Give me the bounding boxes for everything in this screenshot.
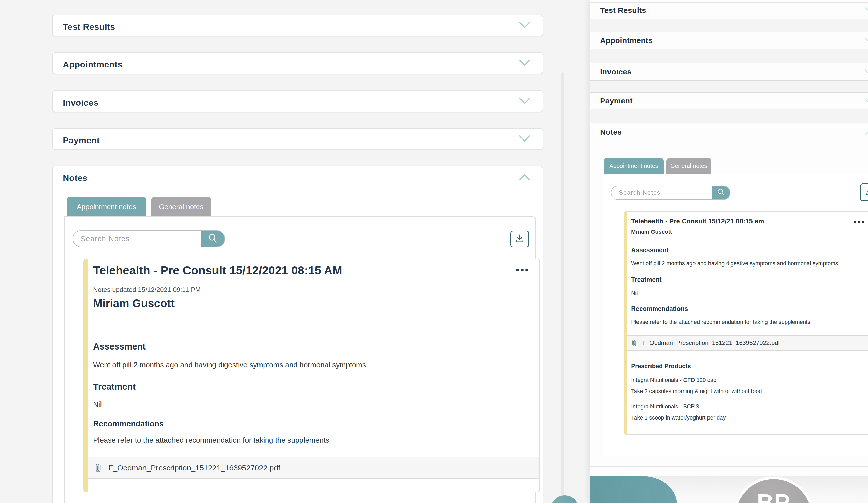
chevron-up-icon — [519, 174, 530, 182]
chevron-down-icon — [519, 135, 530, 143]
search-button[interactable] — [201, 231, 225, 247]
left-rail-divider — [28, 0, 28, 503]
search-icon — [717, 188, 725, 197]
note-section-body: Went off pill 2 months ago and having di… — [631, 260, 838, 267]
notes-list-container: Telehealth - Pre Consult 15/12/21 08:15 … — [603, 174, 868, 456]
product-name: Integra Nutritionals - BCP.S — [631, 403, 699, 410]
accordion-label: Notes — [63, 173, 87, 183]
attachment-row[interactable]: F_Oedman_Prescription_151221_1639527022.… — [627, 335, 868, 351]
accordion-notes-header[interactable]: Notes — [600, 123, 622, 141]
note-section-heading: Recommendations — [93, 419, 164, 429]
accordion-label: Invoices — [600, 68, 631, 76]
divider — [590, 80, 868, 93]
note-title: Telehealth - Pre Consult 15/12/21 08:15 … — [631, 218, 764, 225]
note-section-heading: Treatment — [631, 276, 661, 283]
note-card: Telehealth - Pre Consult 15/12/21 08:15 … — [623, 211, 868, 434]
chevron-down-icon — [519, 21, 530, 30]
accordion-test-results[interactable]: Test Results — [600, 2, 646, 19]
accordion-label: Appointments — [600, 36, 652, 45]
search-button[interactable] — [712, 186, 730, 199]
accordion-notes-header[interactable]: Notes — [53, 166, 542, 190]
tab-general-notes[interactable]: General notes — [151, 197, 211, 217]
product-name: Integra Nutritionals - GFD 120 cap — [631, 377, 716, 383]
panel-toggle-button[interactable] — [550, 495, 579, 503]
tab-label: Appointment notes — [77, 203, 136, 211]
search-notes-field — [72, 230, 225, 247]
attachment-filename: F_Oedman_Prescription_151221_1639527022.… — [108, 464, 280, 472]
accordion-payment[interactable]: Payment — [600, 93, 633, 109]
accordion-notes-expanded: Notes Appointment notes General notes — [52, 166, 543, 503]
tab-label: General notes — [159, 203, 204, 211]
accordion-label: Invoices — [63, 92, 99, 113]
attachment-filename: F_Oedman_Prescription_151221_1639527022.… — [642, 339, 780, 346]
download-notes-button[interactable] — [510, 231, 529, 248]
accordion-label: Test Results — [63, 16, 115, 38]
product-directions: Take 2 capsules morning & night with or … — [631, 388, 762, 394]
note-accent-bar — [84, 259, 87, 492]
search-notes-field — [611, 185, 730, 200]
search-input[interactable] — [611, 186, 712, 199]
accordion-label: Notes — [600, 128, 622, 137]
note-patient-name: Miriam Guscott — [631, 229, 672, 235]
accordion-appointments[interactable]: Appointments — [52, 52, 543, 74]
chevron-down-icon — [865, 7, 868, 13]
search-icon — [208, 233, 218, 244]
right-preview-panel: Test Results Appointments Invoices Payme… — [590, 0, 868, 503]
notes-list-container: Telehealth - Pre Consult 15/12/2021 08:1… — [64, 217, 536, 503]
divider — [855, 476, 855, 503]
chevron-down-icon — [865, 98, 868, 104]
chevron-down-icon — [519, 97, 530, 105]
note-section-heading: Assessment — [93, 341, 145, 352]
note-patient-name: Miriam Guscott — [93, 297, 175, 310]
accordion-label: Payment — [600, 97, 633, 105]
accordion-appointments[interactable]: Appointments — [600, 32, 652, 49]
note-section-body: Nil — [93, 400, 102, 409]
download-notes-button[interactable] — [860, 183, 868, 201]
note-section-heading: Treatment — [93, 382, 136, 392]
note-section-body: Nil — [631, 290, 638, 296]
tab-general-notes[interactable]: General notes — [666, 158, 711, 174]
note-updated-timestamp: Notes updated 15/12/2021 09:11 PM — [93, 286, 201, 294]
note-card: Telehealth - Pre Consult 15/12/2021 08:1… — [83, 259, 540, 492]
chevron-up-icon — [865, 131, 868, 137]
attachment-row[interactable]: F_Oedman_Prescription_151221_1639527022.… — [87, 457, 539, 479]
divider — [590, 466, 868, 467]
paperclip-icon — [94, 463, 103, 473]
chevron-down-icon — [865, 69, 868, 75]
footer-band: BP — [590, 476, 868, 503]
prescribed-products-heading: Prescribed Products — [631, 362, 691, 370]
note-accent-bar — [624, 212, 627, 434]
tab-label: Appointment notes — [609, 163, 658, 170]
accordion-invoices[interactable]: Invoices — [600, 63, 631, 80]
paperclip-icon — [631, 339, 638, 347]
note-section-body: Please refer to the attached recommendat… — [631, 319, 810, 325]
note-title: Telehealth - Pre Consult 15/12/2021 08:1… — [93, 263, 342, 277]
chevron-down-icon — [519, 59, 530, 67]
bp-badge-label: BP — [757, 489, 790, 503]
tab-label: General notes — [670, 163, 707, 170]
download-icon — [865, 187, 868, 197]
note-section-body: Please refer to the attached recommendat… — [93, 436, 329, 444]
accordion-test-results[interactable]: Test Results — [52, 14, 543, 37]
note-section-heading: Assessment — [631, 247, 669, 254]
accordion-invoices[interactable]: Invoices — [52, 90, 543, 112]
note-section-heading: Recommendations — [631, 305, 688, 312]
search-input[interactable] — [73, 231, 201, 247]
note-section-body: Went off pill 2 months ago and having di… — [93, 361, 366, 369]
tab-appointment-notes[interactable]: Appointment notes — [604, 158, 664, 174]
bp-badge[interactable]: BP — [733, 476, 814, 503]
divider — [590, 19, 868, 32]
tab-appointment-notes[interactable]: Appointment notes — [67, 197, 146, 217]
accordion-label: Test Results — [600, 6, 646, 15]
accordion-payment[interactable]: Payment — [52, 128, 543, 150]
product-directions: Take 1 scoop in water/yoghurt per day — [631, 414, 726, 421]
chevron-down-icon — [865, 38, 868, 43]
divider — [590, 49, 868, 63]
panel-scrollbar[interactable] — [561, 72, 564, 503]
note-menu-button[interactable] — [516, 269, 528, 271]
note-menu-button[interactable] — [854, 221, 864, 223]
accordion-label: Appointments — [63, 53, 123, 76]
footer-teal-shape — [590, 476, 677, 503]
accordion-label: Payment — [63, 129, 100, 151]
download-icon — [515, 234, 525, 244]
